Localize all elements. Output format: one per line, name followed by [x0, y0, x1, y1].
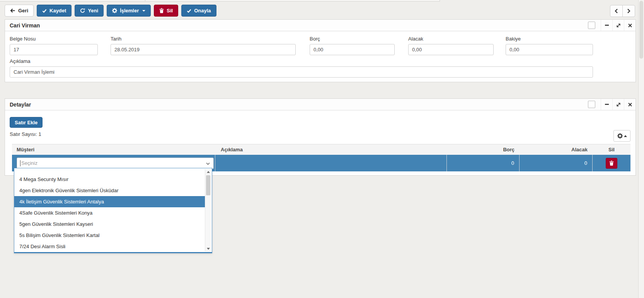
panel-checkbox[interactable]: [588, 101, 595, 108]
back-button-label: Geri: [18, 8, 28, 14]
caret-up-icon: [624, 135, 627, 137]
scroll-down-button[interactable]: [205, 246, 211, 251]
alacak-input[interactable]: 0,00: [408, 44, 494, 55]
close-icon: [628, 103, 632, 107]
close-icon: [628, 24, 632, 27]
check-icon: [42, 8, 47, 13]
column-header-musteri: Müşteri: [12, 144, 215, 155]
dropdown-option[interactable]: 4Safe Güvenlik Sistemleri Konya: [14, 207, 206, 218]
borc-value: 0,00: [313, 47, 323, 52]
gear-icon: [617, 133, 623, 139]
minus-icon: [605, 25, 609, 26]
new-button-label: Yeni: [88, 8, 98, 14]
panel-checkbox[interactable]: [588, 22, 595, 29]
dropdown-option[interactable]: 5s Bilişim Güvenlik Sistemleri Kartal: [14, 230, 206, 241]
delete-row-button[interactable]: [606, 158, 617, 169]
panel-expand-button[interactable]: [612, 20, 624, 31]
panel-close-button[interactable]: [624, 20, 635, 31]
detaylar-panel-header: Detaylar: [5, 99, 635, 110]
cell-sil: [593, 155, 630, 171]
scroll-up-button[interactable]: [205, 169, 211, 174]
alacak-label: Alacak: [408, 36, 423, 42]
cari-virman-panel-header: Cari Virman: [5, 20, 635, 31]
gear-icon: [112, 8, 117, 13]
aciklama-input[interactable]: Cari Virman İşlemi: [10, 66, 593, 78]
expand-icon: [616, 23, 621, 28]
tarih-value: 28.05.2019: [114, 47, 140, 52]
previous-record-button[interactable]: [610, 5, 623, 17]
bakiye-label: Bakiye: [506, 36, 521, 42]
detaylar-panel: Detaylar: [5, 98, 636, 176]
approve-button[interactable]: Onayla: [181, 5, 216, 17]
cari-virman-panel: Cari Virman: [5, 19, 636, 82]
page-scrollbar-thumb[interactable]: [639, 1, 643, 59]
aciklama-label: Açıklama: [10, 58, 30, 64]
operations-button[interactable]: İşlemler: [107, 5, 151, 17]
save-button-label: Kaydet: [49, 8, 66, 14]
alacak-value: 0,00: [412, 47, 422, 52]
panel-select-checkbox-cell: [582, 20, 601, 31]
tab-strip-sliver-right: [145, 0, 440, 2]
column-header-sil: Sil: [593, 144, 630, 155]
record-pager: [610, 5, 635, 17]
musteri-dropdown-list: 4 Mega Securıty Mısır 4gen Elektronik Gü…: [14, 174, 206, 252]
tab-strip-sliver-left: [0, 0, 145, 2]
cell-borc: 0: [447, 155, 520, 171]
musteri-combobox-placeholder: Seçiniz: [21, 160, 37, 166]
approve-button-label: Onayla: [194, 8, 211, 14]
belge-nosu-label: Belge Nosu: [10, 36, 36, 42]
chevron-down-icon: [206, 163, 210, 165]
column-header-alacak: Alacak: [520, 144, 593, 155]
belge-nosu-input[interactable]: 17: [10, 44, 98, 55]
refresh-icon: [80, 8, 85, 13]
row-count-text: Satır Sayısı: 1: [10, 131, 41, 137]
dropdown-option[interactable]: 4gen Elektronik Güvenlik Sistemleri Üskü…: [14, 185, 206, 196]
panel-collapse-button[interactable]: [601, 99, 612, 110]
trash-icon: [159, 8, 164, 13]
panel-close-button[interactable]: [624, 99, 635, 110]
tarih-label: Tarih: [111, 36, 121, 42]
add-row-button[interactable]: Satır Ekle: [10, 117, 43, 128]
tarih-input[interactable]: 28.05.2019: [111, 44, 296, 55]
dropdown-option-highlighted[interactable]: 4k İletişim Güvenlik Sistemleri Antalya: [14, 196, 206, 207]
delete-button-label: Sil: [167, 8, 173, 14]
save-button[interactable]: Kaydet: [37, 5, 72, 17]
trash-icon: [609, 161, 614, 166]
bakiye-value: 0,00: [509, 47, 519, 52]
dropdown-option[interactable]: 5gen Güvenlik Sistemleri Kayseri: [14, 218, 206, 230]
panel-title: Detaylar: [10, 102, 31, 108]
belge-nosu-value: 17: [14, 47, 19, 52]
app-screen: Geri Kaydet Yeni: [0, 0, 644, 298]
text-cursor: [20, 160, 20, 166]
borc-input[interactable]: 0,00: [310, 44, 395, 55]
minus-icon: [605, 104, 609, 105]
back-button[interactable]: Geri: [5, 5, 34, 17]
panel-collapse-button[interactable]: [601, 20, 612, 31]
panel-tools: [582, 99, 635, 110]
new-button[interactable]: Yeni: [75, 5, 104, 17]
dropdown-scrollbar[interactable]: [205, 169, 211, 251]
triangle-down-icon: [207, 248, 210, 250]
panel-expand-button[interactable]: [612, 99, 624, 110]
page-scrollbar[interactable]: [638, 0, 644, 298]
add-row-button-label: Satır Ekle: [15, 120, 37, 125]
arrow-left-icon: [10, 8, 15, 13]
main-toolbar: Geri Kaydet Yeni: [5, 5, 216, 17]
panel-tools: [582, 20, 635, 31]
bakiye-input[interactable]: 0,00: [506, 44, 593, 55]
delete-button[interactable]: Sil: [154, 5, 178, 17]
musteri-combobox[interactable]: Seçiniz: [17, 157, 214, 169]
chevron-right-icon: [627, 8, 630, 14]
details-grid: Müşteri Açıklama Borç Alacak Sil Seçiniz: [12, 144, 630, 171]
aciklama-value: Cari Virman İşlemi: [14, 69, 55, 75]
next-record-button[interactable]: [622, 5, 635, 17]
grid-settings-button[interactable]: [613, 130, 630, 142]
scrollbar-thumb[interactable]: [206, 175, 210, 195]
dropdown-option[interactable]: 4 Mega Securıty Mısır: [14, 174, 206, 185]
borc-label: Borç: [310, 36, 320, 42]
column-header-borc: Borç: [447, 144, 520, 155]
operations-button-label: İşlemler: [120, 8, 139, 14]
grid-header-row: Müşteri Açıklama Borç Alacak Sil: [12, 144, 630, 155]
column-header-aciklama: Açıklama: [215, 144, 447, 155]
dropdown-option[interactable]: 7/24 Desi Alarm Sisli: [14, 241, 206, 252]
